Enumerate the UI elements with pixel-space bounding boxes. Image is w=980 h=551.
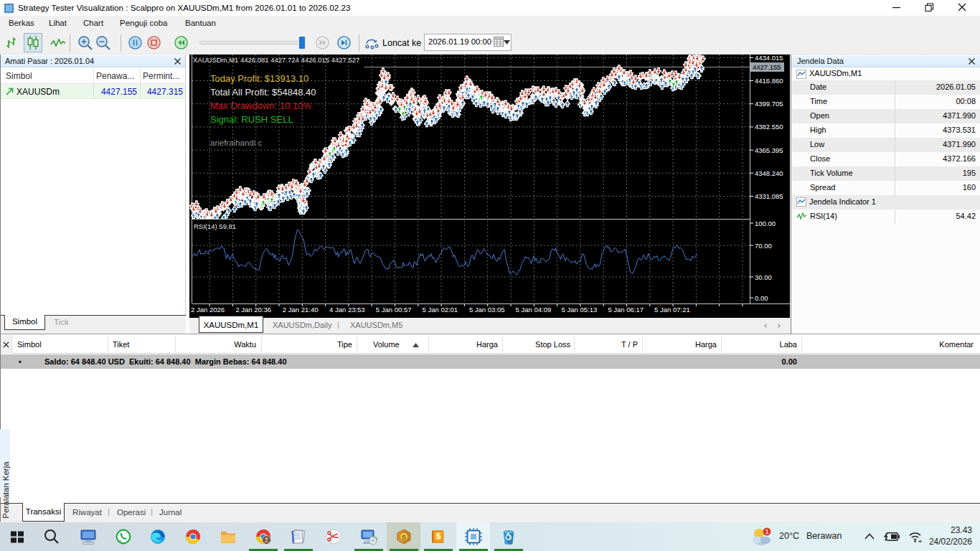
svg-text:4399.705: 4399.705 <box>755 100 783 108</box>
svg-text:4365.395: 4365.395 <box>755 146 783 154</box>
svg-text:100.00: 100.00 <box>755 220 776 227</box>
svg-text:4331.085: 4331.085 <box>755 192 783 200</box>
svg-text:ariefraihandi c: ariefraihandi c <box>210 138 262 147</box>
svg-text:70.00: 70.00 <box>755 242 772 250</box>
svg-text:2 Jan 2026: 2 Jan 2026 <box>191 306 225 314</box>
svg-text:5 Jan 00:57: 5 Jan 00:57 <box>376 306 412 314</box>
svg-text:2 Jan 21:40: 2 Jan 21:40 <box>283 306 319 314</box>
svg-text:4416.860: 4416.860 <box>755 77 783 85</box>
svg-text:RSI(14) 59.81: RSI(14) 59.81 <box>194 222 236 230</box>
svg-text:4434.015: 4434.015 <box>755 55 783 62</box>
svg-text:XAUUSDm,M1 4426.081 4427.724: XAUUSDm,M1 4426.081 4427.724 4426.015 44… <box>193 56 359 64</box>
svg-text:5 Jan 06:17: 5 Jan 06:17 <box>608 306 644 314</box>
svg-text:5 Jan 04:09: 5 Jan 04:09 <box>516 306 552 314</box>
svg-text:1: 1 <box>765 528 768 535</box>
svg-text:5 Jan 03:05: 5 Jan 03:05 <box>469 306 505 314</box>
svg-text:Max Drawdown: 10.10%: Max Drawdown: 10.10% <box>210 100 311 111</box>
svg-text:30.00: 30.00 <box>755 273 772 281</box>
svg-text:Today Profit: $13913.10: Today Profit: $13913.10 <box>210 73 308 84</box>
svg-text:4427.155: 4427.155 <box>753 63 781 71</box>
svg-text:0.00: 0.00 <box>755 294 768 302</box>
svg-text:5 Jan 02:01: 5 Jan 02:01 <box>423 306 458 314</box>
svg-text:4 Jan 23:53: 4 Jan 23:53 <box>329 306 365 314</box>
svg-text:2 Jan 20:36: 2 Jan 20:36 <box>235 306 271 314</box>
svg-text:5 Jan 05:13: 5 Jan 05:13 <box>562 306 598 314</box>
svg-text:5 Jan 07:21: 5 Jan 07:21 <box>654 306 690 314</box>
svg-text:4348.240: 4348.240 <box>755 169 783 177</box>
svg-text:4382.550: 4382.550 <box>755 123 783 131</box>
svg-text:Signal: RUSH SELL: Signal: RUSH SELL <box>210 114 293 125</box>
svg-text:Total All Profit: $54848.40: Total All Profit: $54848.40 <box>210 87 316 98</box>
